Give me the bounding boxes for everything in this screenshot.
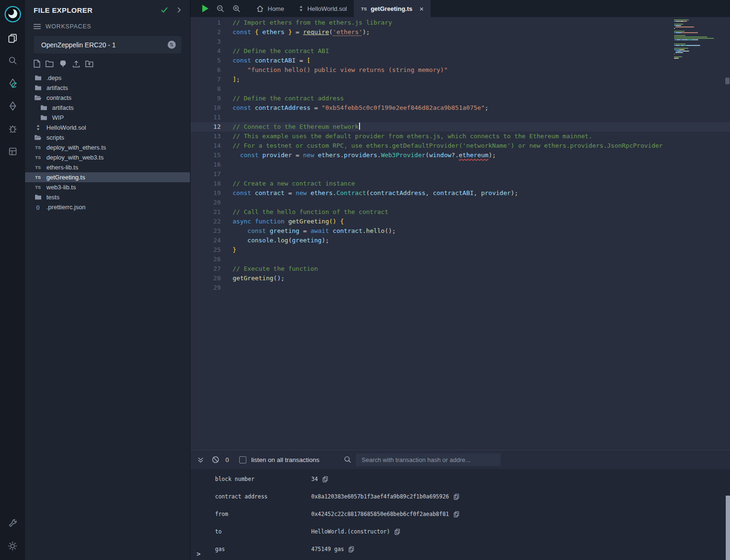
code-editor[interactable]: 1// Import ethers from the ethers.js lib… bbox=[190, 17, 730, 450]
file-tree-item-wip[interactable]: WIP bbox=[25, 113, 190, 123]
zoom-in-icon[interactable] bbox=[233, 5, 241, 13]
code-line-26[interactable]: 26 bbox=[190, 255, 730, 264]
minimap[interactable] bbox=[674, 19, 724, 61]
code-line-1[interactable]: 1// Import ethers from the ethers.js lib… bbox=[190, 18, 730, 27]
code-line-19[interactable]: 19const contract = new ethers.Contract(c… bbox=[190, 188, 730, 198]
code-line-13[interactable]: 13// This example uses the default provi… bbox=[190, 132, 730, 141]
file-tree-item-helloworld-sol[interactable]: HelloWorld.sol bbox=[25, 123, 190, 133]
line-number: 23 bbox=[190, 226, 221, 236]
listen-all-transactions-checkbox[interactable] bbox=[239, 456, 246, 463]
tab-label: getGreeting.ts bbox=[370, 5, 412, 12]
workspace-selector[interactable]: OpenZeppelin ERC20 - 1 ⇅ bbox=[34, 36, 181, 53]
code-line-3[interactable]: 3 bbox=[190, 37, 730, 46]
code-line-14[interactable]: 14// For a testnet or custom RPC, use et… bbox=[190, 141, 730, 151]
copy-icon[interactable] bbox=[453, 493, 460, 500]
code-line-15[interactable]: 15 const provider = new ethers.providers… bbox=[190, 151, 730, 160]
copy-icon[interactable] bbox=[322, 476, 328, 482]
editor-scrollbar-thumb[interactable] bbox=[725, 78, 730, 84]
plugin-manager-icon[interactable] bbox=[2, 512, 23, 534]
check-icon[interactable] bbox=[161, 7, 168, 13]
file-tree-item-deploy-with-web3-ts[interactable]: TSdeploy_with_web3.ts bbox=[25, 152, 190, 162]
file-tree-item--prettierrc-json[interactable]: {}.prettierrc.json bbox=[25, 202, 190, 212]
code-line-12[interactable]: 12// Connect to the Ethereum network bbox=[190, 122, 730, 132]
line-content: } bbox=[221, 245, 236, 255]
settings-gear-icon[interactable] bbox=[2, 534, 23, 557]
ts-icon: TS bbox=[34, 155, 42, 160]
file-tree-item-getgreeting-ts[interactable]: TSgetGreeting.ts bbox=[25, 172, 190, 182]
collapse-terminal-icon[interactable] bbox=[197, 456, 204, 463]
file-tree-item-deploy-with-ethers-ts[interactable]: TSdeploy_with_ethers.ts bbox=[25, 142, 190, 152]
code-line-27[interactable]: 27// Execute the function bbox=[190, 264, 730, 274]
code-line-10[interactable]: 10const contractAddress = "0xb54febb5c0c… bbox=[190, 103, 730, 113]
chevron-right-icon[interactable] bbox=[177, 7, 181, 13]
code-line-5[interactable]: 5const contractABI = [ bbox=[190, 56, 730, 65]
code-line-29[interactable]: 29 bbox=[190, 283, 730, 293]
new-file-icon[interactable] bbox=[34, 60, 40, 68]
file-tree-item-tests[interactable]: tests bbox=[25, 192, 190, 202]
new-folder-icon[interactable] bbox=[45, 61, 54, 67]
code-line-8[interactable]: 8 bbox=[190, 84, 730, 94]
code-line-21[interactable]: 21// Call the hello function of the cont… bbox=[190, 207, 730, 217]
hamburger-menu-icon[interactable] bbox=[34, 24, 41, 29]
code-line-9[interactable]: 9// Define the contract address bbox=[190, 94, 730, 103]
code-line-17[interactable]: 17 bbox=[190, 169, 730, 179]
code-line-7[interactable]: 7]; bbox=[190, 75, 730, 84]
code-line-6[interactable]: 6 "function hello() public view returns … bbox=[190, 65, 730, 75]
copy-icon[interactable] bbox=[453, 511, 460, 517]
code-line-18[interactable]: 18// Create a new contract instance bbox=[190, 179, 730, 188]
code-line-4[interactable]: 4// Define the contract ABI bbox=[190, 46, 730, 56]
run-script-button[interactable] bbox=[202, 5, 208, 12]
plugin-icon[interactable] bbox=[2, 140, 23, 163]
code-line-16[interactable]: 16 bbox=[190, 160, 730, 169]
window-scrollbar-thumb[interactable] bbox=[726, 496, 730, 560]
debugger-icon[interactable] bbox=[2, 117, 23, 140]
copy-icon[interactable] bbox=[348, 546, 354, 552]
deploy-run-icon[interactable] bbox=[2, 95, 23, 117]
editor-tabbar: Home HelloWorld.sol TS getGreeting.ts × bbox=[190, 0, 730, 17]
file-tree-item--deps[interactable]: .deps bbox=[25, 73, 190, 83]
transaction-count-badge: 0 bbox=[225, 456, 229, 463]
terminal-panel: 0 listen on all transactions block numbe… bbox=[190, 450, 730, 560]
file-tree-item-ethers-lib-ts[interactable]: TSethers-lib.ts bbox=[25, 162, 190, 172]
line-content: const contract = new ethers.Contract(con… bbox=[221, 188, 518, 198]
file-explorer-icon[interactable] bbox=[2, 27, 23, 49]
copy-icon[interactable] bbox=[394, 528, 400, 535]
close-tab-icon[interactable]: × bbox=[420, 5, 424, 13]
github-icon[interactable] bbox=[59, 60, 67, 68]
code-line-2[interactable]: 2const { ethers } = require('ethers'); bbox=[190, 27, 730, 37]
code-line-28[interactable]: 28getGreeting(); bbox=[190, 274, 730, 283]
line-number: 28 bbox=[190, 274, 221, 283]
line-number: 5 bbox=[190, 56, 221, 65]
folder-icon bbox=[34, 85, 42, 91]
code-line-25[interactable]: 25} bbox=[190, 245, 730, 255]
file-tree-item-scripts[interactable]: scripts bbox=[25, 133, 190, 142]
remix-logo-icon[interactable] bbox=[2, 2, 23, 27]
line-number: 2 bbox=[190, 27, 221, 37]
upload-icon[interactable] bbox=[72, 60, 80, 68]
file-tree-label: tests bbox=[46, 194, 59, 201]
code-line-24[interactable]: 24 console.log(greeting); bbox=[190, 236, 730, 245]
line-content bbox=[221, 160, 233, 169]
zoom-out-icon[interactable] bbox=[216, 5, 225, 13]
code-line-11[interactable]: 11 bbox=[190, 113, 730, 122]
folder-icon bbox=[34, 194, 42, 200]
file-tree-item-contracts[interactable]: contracts bbox=[25, 93, 190, 103]
clear-console-icon[interactable] bbox=[212, 456, 219, 463]
tab-home[interactable]: Home bbox=[249, 0, 291, 17]
search-icon[interactable] bbox=[2, 49, 23, 72]
transaction-search-input[interactable] bbox=[356, 453, 501, 466]
file-tree-item-artifacts[interactable]: artifacts bbox=[25, 103, 190, 113]
tx-detail-value: HelloWorld.(constructor) bbox=[311, 528, 390, 535]
code-line-22[interactable]: 22async function getGreeting() { bbox=[190, 217, 730, 226]
code-line-20[interactable]: 20 bbox=[190, 198, 730, 207]
tab-helloworld-sol[interactable]: HelloWorld.sol bbox=[291, 0, 354, 17]
code-line-23[interactable]: 23 const greeting = await contract.hello… bbox=[190, 226, 730, 236]
line-content: // For a testnet or custom RPC, use ethe… bbox=[221, 141, 663, 151]
file-tree-item-web3-lib-ts[interactable]: TSweb3-lib.ts bbox=[25, 182, 190, 192]
tab-getgreeting-ts[interactable]: TS getGreeting.ts × bbox=[354, 0, 431, 17]
terminal-prompt[interactable]: > bbox=[197, 550, 200, 558]
file-tree-item-artifacts[interactable]: artifacts bbox=[25, 83, 190, 93]
solidity-compiler-icon[interactable] bbox=[2, 72, 23, 95]
load-folder-icon[interactable] bbox=[85, 60, 93, 67]
line-number: 25 bbox=[190, 245, 221, 255]
